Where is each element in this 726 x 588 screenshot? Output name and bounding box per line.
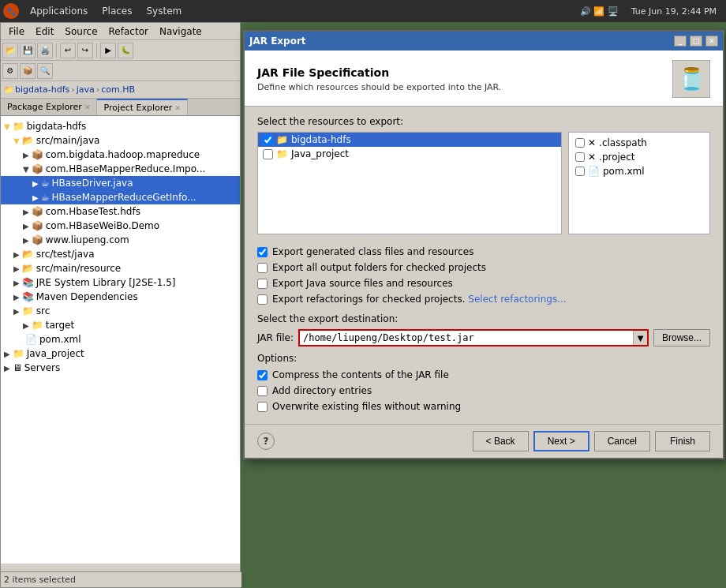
right-item-project[interactable]: ✕ .project: [572, 150, 706, 164]
dialog-header: JAR File Specification Define which reso…: [245, 51, 723, 107]
system-icons: 🔊 📶 🖥️: [577, 6, 622, 17]
eclipse-toolbar2: ⚙ 📦 🔍: [1, 61, 240, 81]
menu-edit[interactable]: Edit: [31, 24, 58, 39]
menu-refactor[interactable]: Refactor: [104, 24, 153, 39]
jar-icon: 🫙: [672, 60, 710, 98]
check-project[interactable]: [575, 152, 585, 162]
check-classpath[interactable]: [575, 138, 585, 148]
export-option-3[interactable]: Export Java source files and resources: [257, 275, 710, 291]
option-overwrite[interactable]: Overwrite existing files without warning: [257, 399, 710, 414]
breadcrumb-bar: 📁 bigdata-hdfs › java › com.HB: [1, 81, 240, 99]
tree-item-com-hbase-mapper[interactable]: ▼ 📦 com.HBaseMapperReduce.Impo...: [1, 162, 240, 176]
top-panel-right: 🔊 📶 🖥️ Tue Jun 19, 2:44 PM: [577, 6, 726, 17]
export-option-3-label[interactable]: Export Java source files and resources: [272, 278, 453, 289]
res-checkbox-bigdata[interactable]: [263, 135, 273, 145]
right-item-pom[interactable]: 📄 pom.xml: [572, 164, 706, 178]
res-checkbox-java[interactable]: [263, 149, 273, 159]
dialog-header-text: JAR File Specification Define which reso…: [257, 66, 501, 92]
next-button[interactable]: Next >: [533, 431, 589, 451]
option-compress[interactable]: Compress the contents of the JAR file: [257, 367, 710, 383]
res-item-java-project[interactable]: 📁 Java_project: [258, 147, 561, 161]
jar-path-dropdown[interactable]: ▼: [633, 331, 647, 345]
export-option-1[interactable]: Export generated class files and resourc…: [257, 244, 710, 260]
checkbox-add-dirs[interactable]: [257, 386, 268, 396]
export-destination: Select the export destination: JAR file:…: [257, 313, 710, 346]
tree-item-src-resource[interactable]: ▶ 📂 src/main/resource: [1, 261, 240, 275]
tree-item-src[interactable]: ▶ 📁 src: [1, 304, 240, 318]
back-button[interactable]: < Back: [473, 431, 529, 451]
toolbar-sep-2: [96, 43, 97, 58]
browse-button[interactable]: Browse...: [653, 329, 710, 346]
menu-system[interactable]: System: [140, 4, 188, 18]
checkbox-export-refactoring[interactable]: [257, 294, 268, 305]
export-option-4[interactable]: Export refactorings for checked projects…: [257, 291, 710, 307]
menu-applications[interactable]: Applications: [24, 4, 94, 18]
toolbar-btn-7[interactable]: 🐛: [118, 43, 133, 58]
breadcrumb-2[interactable]: java: [77, 84, 95, 95]
cancel-button[interactable]: Cancel: [594, 431, 650, 451]
toolbar-btn-5[interactable]: ↪: [77, 43, 93, 58]
options-label: Options:: [257, 353, 710, 364]
jar-path-input[interactable]: [300, 331, 633, 345]
dialog-minimize[interactable]: _: [674, 36, 687, 47]
export-option-1-label[interactable]: Export generated class files and resourc…: [272, 246, 473, 257]
tab-package-explorer[interactable]: Package Explorer ✕: [1, 99, 97, 115]
toolbar-btn-4[interactable]: ↩: [60, 43, 76, 58]
toolbar-btn-9[interactable]: 📦: [20, 63, 36, 79]
finish-button[interactable]: Finish: [655, 431, 710, 451]
toolbar-btn-8[interactable]: ⚙: [2, 63, 18, 79]
toolbar-btn-1[interactable]: 📂: [2, 43, 18, 58]
tree-item-bigdata-hdfs[interactable]: ▼ 📁 bigdata-hdfs: [1, 119, 240, 133]
tree-item-src-test[interactable]: ▶ 📂 src/test/java: [1, 247, 240, 261]
tree-item-servers[interactable]: ▶ 🖥 Servers: [1, 361, 240, 375]
res-item-bigdata-hdfs[interactable]: 📁 bigdata-hdfs: [258, 133, 561, 147]
tree-item-src-main-java[interactable]: ▼ 📂 src/main/java: [1, 133, 240, 148]
toolbar-btn-10[interactable]: 🔍: [37, 63, 53, 79]
resource-tree-right[interactable]: ✕ .classpath ✕ .project 📄 pom.xml: [568, 132, 710, 234]
eclipse-toolbar: 📂 💾 🖨️ ↩ ↪ ▶ 🐛: [1, 40, 240, 61]
eclipse-tabs: Package Explorer ✕ Project Explorer ✕: [1, 99, 240, 116]
help-button[interactable]: ?: [257, 433, 275, 450]
tree-item-maven[interactable]: ▶ 📚 Maven Dependencies: [1, 290, 240, 304]
option-add-dirs-label[interactable]: Add directory entries: [272, 385, 372, 396]
clock: Tue Jun 19, 2:44 PM: [628, 6, 720, 17]
option-overwrite-label[interactable]: Overwrite existing files without warning: [272, 401, 461, 412]
checkbox-export-output[interactable]: [257, 263, 268, 273]
menu-places[interactable]: Places: [95, 4, 138, 18]
resource-tree-left[interactable]: 📁 bigdata-hdfs 📁 Java_project: [257, 132, 562, 234]
menu-navigate[interactable]: Navigate: [155, 24, 207, 39]
tree-item-com-bigdata[interactable]: ▶ 📦 com.bigdata.hadoop.mapreduce: [1, 148, 240, 162]
tree-item-jre[interactable]: ▶ 📚 JRE System Library [J2SE-1.5]: [1, 275, 240, 290]
breadcrumb-1[interactable]: bigdata-hdfs: [15, 84, 69, 95]
tree-item-target[interactable]: ▶ 📁 target: [1, 318, 240, 332]
tree-item-www-liupeng[interactable]: ▶ 📦 www.liupeng.com: [1, 233, 240, 247]
tree-item-java-project[interactable]: ▶ 📁 Java_project: [1, 346, 240, 361]
right-item-classpath[interactable]: ✕ .classpath: [572, 136, 706, 150]
toolbar-btn-3[interactable]: 🖨️: [37, 43, 53, 58]
tree-item-hbasetest[interactable]: ▶ 📦 com.HbaseTest.hdfs: [1, 204, 240, 219]
check-pom[interactable]: [575, 167, 585, 176]
export-option-2[interactable]: Export all output folders for checked pr…: [257, 260, 710, 275]
tree-item-hbasedriver[interactable]: ▶ ☕ HBaseDriver.java: [1, 176, 240, 190]
checkbox-export-source[interactable]: [257, 279, 268, 289]
tab-project-explorer[interactable]: Project Explorer ✕: [97, 99, 187, 115]
toolbar-btn-6[interactable]: ▶: [100, 43, 116, 58]
menu-source[interactable]: Source: [60, 24, 102, 39]
checkbox-export-class[interactable]: [257, 247, 268, 257]
project-tree[interactable]: ▼ 📁 bigdata-hdfs ▼ 📂 src/main/java ▶ 📦 c…: [1, 116, 240, 564]
footer-right: < Back Next > Cancel Finish: [473, 431, 710, 451]
select-refactorings-link[interactable]: Select refactorings...: [468, 294, 566, 305]
checkbox-compress[interactable]: [257, 370, 268, 380]
tree-item-hbasemapper[interactable]: ▶ ☕ HBaseMapperReduceGetInfo...: [1, 190, 240, 204]
option-add-dirs[interactable]: Add directory entries: [257, 383, 710, 399]
menu-file[interactable]: File: [4, 24, 29, 39]
option-compress-label[interactable]: Compress the contents of the JAR file: [272, 369, 449, 380]
tree-item-pom[interactable]: 📄 pom.xml: [1, 332, 240, 346]
dialog-maximize[interactable]: □: [690, 36, 702, 47]
checkbox-overwrite[interactable]: [257, 402, 268, 412]
dialog-close[interactable]: ✕: [705, 36, 718, 47]
breadcrumb-3[interactable]: com.HB: [101, 84, 135, 95]
toolbar-btn-2[interactable]: 💾: [20, 43, 36, 58]
tree-item-hbaseweibo[interactable]: ▶ 📦 com.HBaseWeiBo.Demo: [1, 219, 240, 233]
export-option-2-label[interactable]: Export all output folders for checked pr…: [272, 262, 486, 273]
